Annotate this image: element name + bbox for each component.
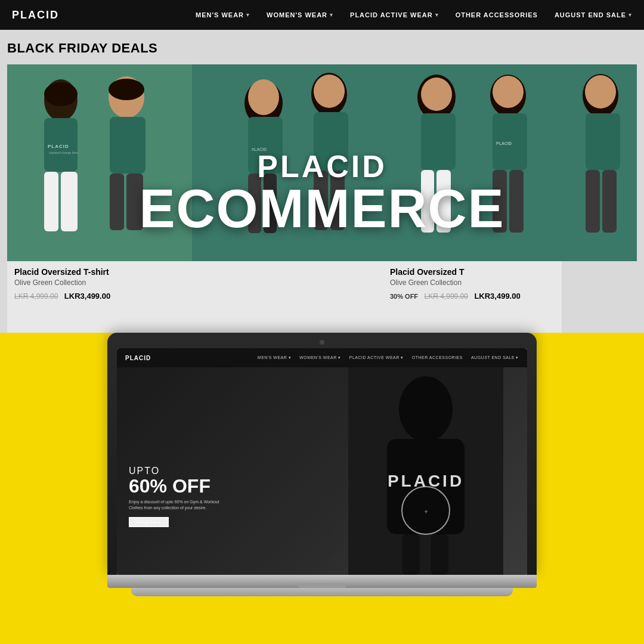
- svg-rect-6: [61, 172, 78, 231]
- svg-point-27: [421, 78, 452, 111]
- svg-rect-36: [509, 170, 524, 233]
- mini-nav-links: MEN'S WEAR ▾ WOMEN'S WEAR ▾ PLACID ACTIV…: [258, 355, 519, 360]
- svg-text:PLACID: PLACID: [388, 472, 464, 490]
- laptop-camera: [320, 340, 324, 345]
- laptop-container: PLACID MEN'S WEAR ▾ WOMEN'S WEAR ▾ PLACI…: [107, 333, 537, 596]
- product-card-1[interactable]: PLACID standard change lives Placid Ov: [7, 64, 192, 333]
- laptop-base: [107, 575, 537, 588]
- product-old-price-3: LKR 4,999.00: [425, 292, 468, 301]
- svg-point-39: [585, 75, 616, 109]
- svg-point-7: [44, 82, 78, 106]
- svg-rect-50: [431, 534, 448, 575]
- svg-rect-29: [421, 170, 434, 233]
- laptop-hinge: [298, 583, 346, 588]
- svg-text:#LACID: #LACID: [252, 147, 267, 151]
- svg-rect-9: [110, 117, 145, 174]
- product-image-3: PLACID: [383, 64, 562, 261]
- chevron-down-icon: ▾: [435, 12, 439, 18]
- svg-rect-22: [314, 112, 348, 171]
- product-image-1: PLACID standard change lives: [7, 64, 192, 261]
- svg-point-44: [399, 376, 453, 442]
- mini-nav-accessories: OTHER ACCESSORIES: [412, 355, 463, 360]
- mini-navbar: PLACID MEN'S WEAR ▾ WOMEN'S WEAR ▾ PLACI…: [117, 348, 527, 367]
- product-card-4: [562, 64, 637, 333]
- main-navbar: PLACID MEN'S WEAR ▾ WOMEN'S WEAR ▾ PLACI…: [0, 0, 644, 30]
- svg-rect-24: [330, 171, 345, 230]
- laptop-screen-outer: PLACID MEN'S WEAR ▾ WOMEN'S WEAR ▾ PLACI…: [107, 333, 537, 575]
- product-info-2: [192, 261, 383, 295]
- product-collection-3: Olive Green Collection: [390, 278, 555, 287]
- svg-rect-23: [314, 171, 328, 230]
- product-name-1: Placid Oversized T-shirt: [14, 267, 185, 277]
- svg-rect-30: [436, 170, 451, 233]
- mini-nav-sale: AUGUST END SALE ▾: [471, 355, 519, 360]
- svg-rect-18: [248, 174, 261, 233]
- svg-text:standard change lives: standard change lives: [49, 151, 78, 154]
- product-image-2: #LACID: [192, 64, 383, 261]
- svg-point-15: [248, 79, 279, 115]
- nav-sale[interactable]: AUGUST END SALE ▾: [555, 11, 632, 18]
- laptop-screen-inner: PLACID MEN'S WEAR ▾ WOMEN'S WEAR ▾ PLACI…: [117, 348, 527, 575]
- mini-hero: PLACID ⚜ UPTO 60% OFF Enjoy a discount o…: [117, 367, 527, 575]
- svg-point-21: [314, 75, 345, 108]
- product-card-3[interactable]: PLACID Placid Oversized T Olive Green Co…: [383, 64, 562, 333]
- nav-accessories[interactable]: OTHER ACCESSORIES: [456, 11, 538, 18]
- svg-text:⚜: ⚜: [424, 509, 428, 515]
- product-sale-price-1: LKR3,499.00: [64, 292, 110, 301]
- svg-rect-42: [602, 170, 617, 233]
- nav-womens-wear[interactable]: WOMEN'S WEAR ▾: [267, 11, 333, 18]
- svg-rect-13: [192, 64, 383, 261]
- svg-point-12: [109, 79, 144, 100]
- mini-brand: PLACID: [125, 355, 151, 361]
- svg-rect-25: [383, 64, 562, 261]
- chevron-down-icon: ▾: [628, 12, 632, 18]
- mini-percent-label: 60% OFF: [129, 476, 224, 496]
- svg-rect-49: [402, 534, 420, 575]
- nav-active-wear[interactable]: PLACID ACTIVE WEAR ▾: [350, 11, 439, 18]
- product-card-2[interactable]: #LACID: [192, 64, 383, 333]
- product-image-4: [562, 64, 637, 261]
- product-info-3: Placid Oversized T Olive Green Collectio…: [383, 261, 562, 306]
- svg-point-32: [493, 76, 524, 108]
- svg-rect-5: [44, 172, 58, 231]
- svg-rect-19: [264, 174, 277, 233]
- svg-text:PLACID: PLACID: [496, 141, 512, 145]
- product-old-price-1: LKR 4,999.00: [14, 292, 58, 301]
- nav-mens-wear[interactable]: MEN'S WEAR ▾: [196, 11, 250, 18]
- mini-hero-desc: Enjoy a discount of upto 60% on Gym & Wo…: [129, 499, 224, 511]
- brand-logo[interactable]: PLACID: [12, 9, 59, 21]
- content-area: BLACK FRIDAY DEALS PLACID ECOMMERCE PLAC…: [0, 30, 644, 333]
- svg-rect-11: [126, 174, 143, 230]
- nav-links: MEN'S WEAR ▾ WOMEN'S WEAR ▾ PLACID ACTIV…: [196, 11, 632, 18]
- section-title: BLACK FRIDAY DEALS: [7, 41, 637, 56]
- laptop-section: PLACID MEN'S WEAR ▾ WOMEN'S WEAR ▾ PLACI…: [0, 333, 644, 644]
- mini-nav-womens: WOMEN'S WEAR ▾: [299, 355, 341, 360]
- product-info-1: Placid Oversized T-shirt Olive Green Col…: [7, 261, 192, 306]
- svg-rect-16: [248, 117, 283, 174]
- svg-rect-10: [110, 174, 124, 230]
- chevron-down-icon: ▾: [330, 12, 333, 18]
- svg-rect-40: [586, 113, 620, 170]
- product-name-3: Placid Oversized T: [390, 267, 555, 277]
- mini-nav-active: PLACID ACTIVE WEAR ▾: [349, 355, 404, 360]
- product-sale-price-3: LKR3,499.00: [474, 292, 520, 301]
- products-row: PLACID ECOMMERCE PLACID standard change …: [7, 64, 637, 333]
- mini-nav-mens: MEN'S WEAR ▾: [258, 355, 291, 360]
- product-badge-3: 30% OFF: [390, 293, 418, 300]
- svg-rect-41: [586, 170, 600, 233]
- svg-rect-0: [7, 64, 192, 261]
- svg-text:PLACID: PLACID: [48, 144, 69, 149]
- svg-rect-35: [493, 170, 507, 233]
- laptop-bottom: [131, 588, 513, 596]
- product-pricing-3: 30% OFF LKR 4,999.00 LKR3,499.00: [390, 290, 555, 301]
- svg-rect-28: [421, 113, 456, 170]
- mini-shop-button[interactable]: Shop here: [129, 517, 169, 527]
- product-collection-1: Olive Green Collection: [14, 278, 185, 287]
- product-pricing-1: LKR 4,999.00 LKR3,499.00: [14, 290, 185, 301]
- chevron-down-icon: ▾: [246, 12, 250, 18]
- mini-hero-text: UPTO 60% OFF Enjoy a discount of upto 60…: [129, 466, 224, 527]
